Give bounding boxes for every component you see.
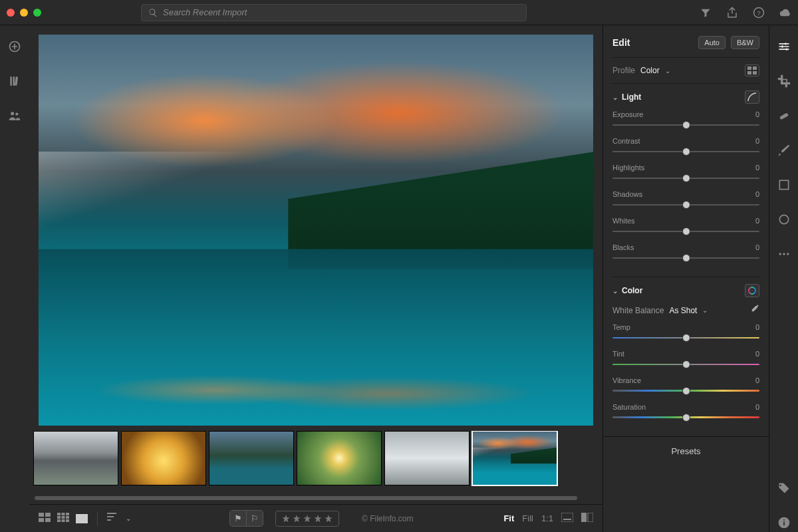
healing-brush-icon[interactable] — [777, 109, 791, 125]
photo-canvas[interactable] — [39, 35, 593, 426]
slider-knob[interactable] — [682, 414, 690, 422]
search-input[interactable]: Search Recent Import — [141, 4, 527, 21]
auto-button[interactable]: Auto — [698, 36, 726, 49]
view-grid-icon[interactable] — [39, 513, 51, 524]
slider-blacks[interactable]: Blacks0 — [612, 243, 759, 262]
info-icon[interactable] — [777, 516, 791, 532]
watermark-text: © FileInfo.com — [362, 514, 414, 523]
filter-icon[interactable] — [700, 7, 712, 19]
slider-knob[interactable] — [682, 148, 690, 156]
slider-knob[interactable] — [682, 201, 690, 209]
svg-rect-26 — [753, 66, 757, 70]
zoom-fill[interactable]: Fill — [522, 513, 533, 523]
slider-exposure[interactable]: Exposure0 — [612, 110, 759, 129]
rating-stars[interactable] — [275, 511, 339, 527]
svg-point-36 — [779, 215, 788, 223]
chevron-down-icon[interactable]: ⌄ — [702, 307, 708, 314]
share-icon[interactable] — [726, 7, 738, 19]
profile-browser-icon[interactable] — [745, 65, 759, 76]
slider-vibrance[interactable]: Vibrance0 — [612, 376, 759, 395]
slider-label: Saturation — [612, 403, 646, 411]
svg-rect-15 — [57, 519, 61, 522]
white-balance-value[interactable]: As Shot — [669, 306, 697, 315]
slider-whites[interactable]: Whites0 — [612, 217, 759, 235]
slider-label: Vibrance — [612, 376, 641, 384]
thumbnail[interactable] — [384, 431, 469, 485]
help-icon[interactable]: ? — [753, 7, 765, 19]
svg-point-32 — [781, 45, 783, 47]
eyedropper-icon[interactable] — [749, 304, 759, 317]
slider-value: 0 — [755, 350, 759, 358]
slider-label: Blacks — [612, 243, 634, 251]
slider-shadows[interactable]: Shadows0 — [612, 190, 759, 209]
svg-text:?: ? — [757, 9, 761, 16]
thumbnail[interactable] — [297, 431, 382, 485]
svg-rect-20 — [107, 519, 111, 521]
slider-knob[interactable] — [682, 227, 690, 235]
view-single-icon[interactable] — [76, 514, 88, 523]
profile-value[interactable]: Color — [640, 66, 660, 75]
svg-rect-19 — [107, 516, 114, 517]
view-small-grid-icon[interactable] — [57, 513, 69, 524]
tag-icon[interactable] — [777, 481, 791, 497]
presets-header[interactable]: Presets — [603, 436, 769, 466]
crop-icon[interactable] — [777, 74, 791, 90]
linear-gradient-icon[interactable] — [777, 178, 791, 194]
color-section-header[interactable]: ⌄ Color — [612, 284, 759, 297]
sort-dropdown-icon[interactable]: ⌄ — [126, 515, 131, 522]
svg-point-31 — [784, 43, 786, 45]
chevron-down-icon[interactable]: ⌄ — [665, 67, 670, 74]
main-viewport: ⌄ ⚑ ⚐ © FileInfo.com Fit Fill 1:1 — [29, 25, 602, 532]
slider-value: 0 — [755, 243, 759, 251]
zoom-1to1[interactable]: 1:1 — [541, 513, 553, 523]
library-icon[interactable] — [8, 74, 21, 90]
color-mixer-icon[interactable] — [745, 284, 759, 297]
edit-sliders-icon[interactable] — [777, 40, 791, 56]
svg-rect-28 — [753, 71, 757, 74]
slider-label: Tint — [612, 350, 624, 358]
slider-highlights[interactable]: Highlights0 — [612, 164, 759, 182]
svg-rect-7 — [39, 518, 44, 522]
thumbnail[interactable] — [121, 431, 206, 485]
slider-knob[interactable] — [682, 360, 690, 368]
people-icon[interactable] — [8, 109, 21, 125]
cloud-sync-icon[interactable] — [779, 7, 791, 19]
svg-point-33 — [785, 49, 787, 51]
radial-gradient-icon[interactable] — [777, 213, 791, 229]
slider-knob[interactable] — [682, 174, 690, 182]
light-section-header[interactable]: ⌄ Light — [612, 90, 759, 104]
sort-icon[interactable] — [107, 513, 119, 524]
flag-pick-icon[interactable]: ⚑ — [230, 511, 246, 526]
slider-knob[interactable] — [682, 254, 690, 262]
add-photos-icon[interactable] — [8, 40, 21, 56]
slider-tint[interactable]: Tint0 — [612, 350, 759, 368]
bw-button[interactable]: B&W — [731, 36, 759, 49]
window-controls — [7, 9, 41, 17]
filmstrip-scrollbar[interactable] — [35, 495, 597, 501]
brush-icon[interactable] — [777, 144, 791, 160]
thumbnail[interactable] — [209, 431, 294, 485]
slider-temp[interactable]: Temp0 — [612, 323, 759, 342]
show-original-icon[interactable] — [561, 513, 573, 524]
slider-contrast[interactable]: Contrast0 — [612, 137, 759, 156]
maximize-window-button[interactable] — [33, 9, 41, 17]
close-window-button[interactable] — [7, 9, 15, 17]
flag-reject-icon[interactable]: ⚐ — [246, 511, 263, 526]
compare-icon[interactable] — [581, 513, 593, 524]
chevron-down-icon: ⌄ — [612, 287, 618, 295]
zoom-fit[interactable]: Fit — [503, 513, 514, 523]
minimize-window-button[interactable] — [20, 9, 28, 17]
svg-rect-23 — [581, 513, 587, 522]
more-icon[interactable] — [777, 247, 791, 263]
slider-knob[interactable] — [682, 121, 690, 129]
thumbnail-selected[interactable] — [472, 431, 557, 485]
svg-point-4 — [15, 112, 18, 115]
slider-saturation[interactable]: Saturation0 — [612, 403, 759, 422]
svg-rect-41 — [783, 521, 785, 525]
tone-curve-icon[interactable] — [745, 90, 759, 104]
slider-knob[interactable] — [682, 334, 690, 342]
svg-rect-14 — [66, 516, 69, 519]
thumbnail[interactable] — [33, 431, 118, 485]
svg-rect-6 — [45, 513, 51, 517]
slider-knob[interactable] — [682, 387, 690, 395]
